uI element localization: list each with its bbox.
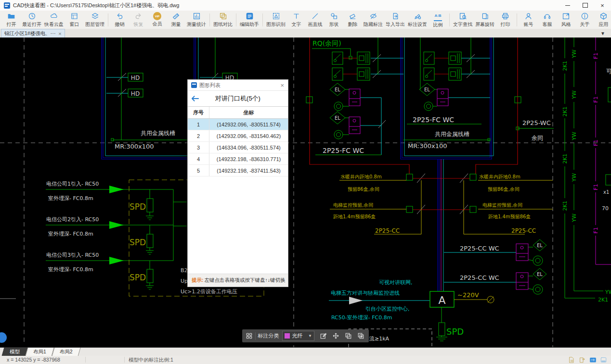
toolbar-undo-button[interactable]: 撤销	[110, 11, 129, 29]
toolbar-apps-label: 应用	[599, 21, 609, 28]
category-selected-value: 光纤	[292, 332, 309, 339]
drawing-canvas[interactable]: HDHDHD共用金属线槽MR:300x100电信公司1引入- RC50室外埋深-…	[0, 38, 611, 347]
folder-open-icon	[7, 12, 15, 21]
coordinate-table: 1(142932.096, -830511.574)2(142932.096, …	[188, 119, 288, 176]
dialog-title-bar[interactable]: 图形列表 ×	[188, 80, 288, 91]
pdf-export-icon[interactable]	[568, 356, 575, 364]
sheet-tab-bar: 模型 布局1 布局2	[0, 347, 611, 356]
tab-list-funnel-icon[interactable]: ▼	[600, 31, 605, 36]
cad-label: 可	[606, 68, 611, 75]
cad-label: 2P25-CC	[511, 227, 536, 234]
toolbar-redo-button[interactable]: 恢复	[129, 11, 148, 29]
toolbar-annset-button[interactable]: 标注设置	[406, 11, 429, 29]
dialog-app-icon	[191, 82, 197, 88]
toolbar-hideann-button[interactable]: 隐藏标注	[362, 11, 384, 29]
cyan-wires	[106, 58, 516, 301]
toolbar-account-button[interactable]: 账号	[519, 11, 538, 29]
title-bar: CAD快速看图 - C:\Users\75175\Desktop\锦江小区1#楼…	[0, 0, 611, 11]
coordinate-row-2[interactable]: 2(142932.096, -831540.462)	[188, 130, 288, 142]
tab-close-icon[interactable]: ×	[58, 31, 61, 37]
toolbar-erase-button[interactable]: 删除	[343, 11, 362, 29]
cad-label: 2P25-FC WC	[323, 147, 364, 154]
sheet-tab-model[interactable]: 模型	[3, 348, 26, 356]
sheet-tab-layout1[interactable]: 布局1	[26, 348, 53, 356]
cad-label: RQ(余同)	[312, 39, 341, 47]
cad-label: 2K1	[562, 153, 568, 163]
toolbar-ratio-button[interactable]: A:B比例	[429, 11, 447, 29]
toolbar-vip-button[interactable]: VIP会员	[148, 11, 167, 29]
toolbar-windowtool-button[interactable]: 窗口	[65, 11, 84, 29]
coordinate-row-4[interactable]: 4(149232.198, -836310.771)	[188, 153, 288, 165]
toolbar-shape-label: 形状	[329, 21, 339, 28]
maximize-button[interactable]	[576, 0, 594, 11]
cad-drawing[interactable]: HDHDHD共用金属线槽MR:300x100电信公司1引入- RC50室外埋深-…	[0, 38, 611, 347]
green-circuit	[46, 38, 611, 341]
toolbar-measure-button[interactable]: 测量	[167, 11, 185, 29]
cad-label: 电梯监控预留,余同	[482, 202, 522, 208]
back-button[interactable]	[188, 95, 202, 102]
document-tab[interactable]: 锦江小区1#楼强电、⋯ ×	[1, 29, 65, 38]
toolbar-print-button[interactable]: 打印	[496, 11, 515, 29]
clipboard-icon[interactable]	[356, 331, 365, 341]
share-export-icon[interactable]	[579, 356, 586, 364]
toolbar-rotate-button[interactable]: 屏幕旋转	[474, 11, 496, 29]
toolbar-cloud-button[interactable]: 快看云盘	[43, 11, 65, 29]
cad-label: 室外埋深- FC0.8m	[48, 266, 93, 273]
hide-annotation-icon	[369, 12, 377, 21]
minimize-button[interactable]	[559, 0, 576, 11]
hint-prefix: 提示:	[192, 277, 204, 284]
dialog-close-icon[interactable]: ×	[280, 82, 284, 89]
toolbar-text-button[interactable]: 文字	[287, 11, 306, 29]
toolbar-compare-button[interactable]: 图纸对比	[212, 11, 234, 29]
toolbar-apps-button[interactable]: 应用	[594, 11, 611, 29]
cyan-wireways	[105, 38, 494, 291]
annotation-category-label: 标注分类	[258, 332, 279, 339]
copy-icon[interactable]	[343, 331, 353, 341]
feeder-arrow-2	[109, 221, 124, 229]
maximize-icon	[583, 3, 588, 8]
toolbar-open-button[interactable]: 打开	[2, 11, 21, 29]
cad-label: 2K1	[562, 201, 568, 211]
measure-stats-icon	[193, 12, 201, 21]
cad-label: EL	[424, 87, 430, 92]
toolbar-recognize-button[interactable]: 图形识别	[265, 11, 287, 29]
cad-label: 可视对讲联网,	[379, 279, 413, 286]
category-select[interactable]: 光纤 ▼	[282, 331, 314, 341]
pc-sync-icon[interactable]	[589, 356, 597, 364]
coordinate-row-3[interactable]: 3(146334.096, -830511.574)	[188, 142, 288, 153]
toolbar-redo-label: 恢复	[134, 21, 143, 28]
toolbar-about-button[interactable]: 关于	[575, 11, 594, 29]
coordinate-row-5[interactable]: 5(149232.198, -837411.543)	[188, 165, 288, 176]
table-empty-area	[188, 176, 288, 274]
vip-icon: VIP	[153, 12, 161, 20]
edit-annotation-icon[interactable]	[318, 331, 328, 341]
toolbar-support-label: 客服	[543, 21, 552, 28]
toolbar-impexp-button[interactable]: 导入导出	[384, 11, 406, 29]
toolbar-open-label: 打开	[7, 21, 16, 28]
toolbar-style-button[interactable]: 风格	[557, 11, 575, 29]
user-icon	[524, 12, 533, 21]
hint-text: 左键点击表格项或按下键盘↑↓键切换	[205, 277, 286, 284]
toolbar-findtext-button[interactable]: 文字查找	[452, 11, 474, 29]
floating-helper-bubble[interactable]	[0, 332, 7, 343]
toolbar-assistant-button[interactable]: 编辑助手	[238, 11, 260, 29]
toolbar-drawline-button[interactable]: 画直线	[306, 11, 325, 29]
cad-label: EL	[537, 272, 543, 277]
move-icon[interactable]	[331, 331, 340, 341]
toolbar-assistant-label: 编辑助手	[240, 21, 259, 28]
toolbar-support-button[interactable]: 客服	[538, 11, 557, 29]
window-panel-icon[interactable]	[600, 356, 607, 364]
toolbar-shape-button[interactable]: 形状	[325, 11, 343, 29]
toolbar-recent-button[interactable]: 最近打开	[21, 11, 43, 29]
cad-label: 室外埋深- FC0.8m	[48, 195, 93, 201]
coordinate-row-1[interactable]: 1(142932.096, -830511.574)	[188, 119, 288, 130]
toolbar-drawline-label: 画直线	[308, 21, 323, 28]
sheet-tab-layout2[interactable]: 布局2	[53, 348, 79, 356]
back-arrow-icon	[191, 95, 199, 102]
row-seq: 2	[188, 130, 209, 141]
close-button[interactable]: ×	[594, 0, 611, 11]
grid-icon[interactable]	[246, 331, 253, 341]
cad-label: 2K1	[562, 106, 568, 116]
toolbar-measurestat-button[interactable]: 测量统计	[185, 11, 208, 29]
toolbar-layers-button[interactable]: 图层管理	[84, 11, 106, 29]
